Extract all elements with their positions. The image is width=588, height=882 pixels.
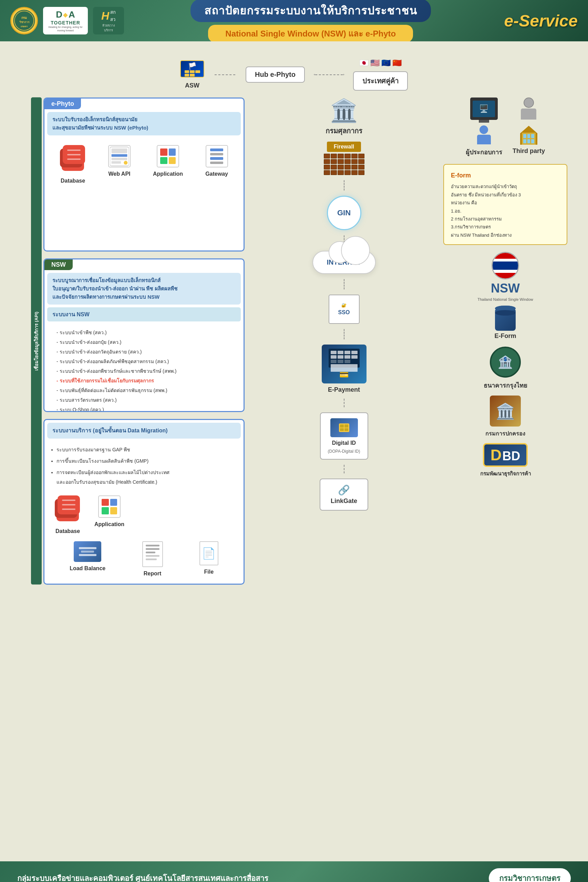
nsw-item-5: ระบบที่ใช้ภายกรรมไม่เชื่อมโยกับกรมศุลกาก… — [57, 376, 237, 386]
ephyto-webapi-label: Web API — [108, 171, 130, 177]
ephyto-gateway: Gateway — [205, 145, 228, 184]
nsw-work-list: ระบบนำเข้าพืช (สคว.) ระบบนำเข้า-ส่งออกปุ… — [44, 324, 243, 412]
gin-flow: GIN — [327, 196, 362, 230]
dept-interior: 🏛️ กรมการปกครอง — [443, 396, 567, 438]
page-wrapper: กรม วิชาการ เกษตร D ◆ A TOGETHER Heading… — [0, 0, 588, 882]
bank-label: ธนาคารกรุงไทย — [484, 380, 527, 390]
service-item-2: การจดทะเบียนผู้ส่งออกพักและและผลไม้ไปต่า… — [57, 468, 237, 487]
nsw-work-title: ระบบงาน NSW — [47, 308, 241, 321]
dbd-logo-container: D BD — [483, 443, 528, 467]
nsw-thailand: NSW Thailand National Single Window — [443, 252, 567, 302]
third-party-building — [518, 122, 539, 145]
third-party-label: Third party — [513, 147, 545, 155]
nsw-tag: NSW — [44, 260, 73, 270]
arrow-fw-gin — [344, 180, 345, 190]
linkgate-container: 🔗 LinkGate — [320, 478, 368, 511]
svg-text:วิชาการ: วิชาการ — [19, 21, 30, 24]
epayment-label: E-Payment — [328, 386, 360, 393]
dbd-d-letter: D — [490, 447, 502, 463]
arrow-digid-link — [344, 465, 345, 473]
header-logos: กรม วิชาการ เกษตร D ◆ A TOGETHER Heading… — [10, 7, 124, 34]
internet-cloud: INTERNET — [312, 251, 376, 274]
dopa-label: (DOPA-Digital ID) — [328, 449, 360, 454]
nsw-item-8: ระบบ Q-Shop (สคว.) — [57, 405, 237, 412]
ephyto-app-label: Application — [153, 171, 183, 177]
hub-row: 🏳️ ASW — [21, 58, 567, 91]
firewall: Firewall — [324, 142, 364, 175]
nsw-desc: ระบบบูรณาการเชื่อมโยงข้อมูลแบบอิเล็กทรอน… — [47, 273, 241, 304]
loadbalance-item: Load Balance — [70, 541, 105, 577]
customs-label: กรมศุลกากร — [326, 125, 362, 136]
ktb-logo: 🏦 — [490, 346, 521, 378]
webapi-icon — [108, 145, 130, 168]
ephyto-section: e-Phyto ระบบใบรับรองอิเล็กทรอนิกส์สุขอนา… — [44, 98, 244, 252]
ephyto-components: Database — [44, 138, 243, 191]
service-app-label: Application — [94, 521, 124, 528]
eform-cylinder-icon — [495, 308, 516, 331]
sub-title: National Single Window (NSW) และ e-Phyto — [208, 25, 413, 42]
id-chip-icon — [330, 418, 358, 437]
user-label: ผู้ประกอบการ — [466, 147, 502, 157]
service-list: ระบบการรับรองมาตรฐาน GAP พืช การขึ้นทะเบ… — [44, 441, 243, 492]
footer: กลุ่มระบบเครือข่ายและคอมพิวเตอร์ ศูนย์เท… — [0, 861, 588, 882]
doa-emblem-logo: กรม วิชาการ เกษตร — [10, 7, 38, 34]
dept-interior-icon: 🏛️ — [490, 396, 521, 426]
dept1-label: กรมการปกครอง — [485, 429, 525, 438]
partner-flags: 🇯🇵 🇺🇸 🇪🇺 🇨🇳 — [359, 58, 402, 68]
trading-partner: 🇯🇵 🇺🇸 🇪🇺 🇨🇳 ประเทศคู่ค้า — [353, 58, 408, 91]
main-title: สถาปัตยกรรมระบบงานให้บริการประชาชน — [190, 0, 431, 22]
internet-label: INTERNET — [312, 251, 376, 274]
service-item-1: การขึ้นทะเบียนโรงงานผลิตสินค้าพืช (GMP) — [57, 456, 237, 466]
firewall-label: Firewall — [327, 142, 362, 152]
nsw-big-label: NSW — [491, 281, 520, 296]
dbd-dept: D BD กรมพัฒนาธุรกิจการค้า — [443, 443, 567, 478]
monitor-icon: 🖥️ — [470, 98, 498, 120]
hub-arrow-left — [214, 74, 235, 75]
user-person-icon — [477, 125, 491, 144]
customs-building-icon: 🏛️ — [330, 98, 358, 124]
digital-id-label: Digital ID — [332, 440, 356, 446]
service-db-label: Database — [56, 528, 80, 534]
header: กรม วิชาการ เกษตร D ◆ A TOGETHER Heading… — [0, 0, 588, 41]
ephyto-gw-label: Gateway — [205, 171, 228, 177]
eservice-label: e-Service — [504, 11, 578, 30]
third-party: Third party — [513, 98, 545, 157]
eform-storage-label: E-Form — [495, 333, 516, 340]
asw-flags: 🏳️ — [180, 60, 204, 78]
nsw-item-2: ระบบนำเข้า-ส่งออกวัตถุอันตราย (สคว.) — [57, 347, 237, 357]
partner-label: ประเทศคู่ค้า — [353, 71, 408, 91]
file-item: 📄 File — [200, 541, 218, 577]
svg-rect-8 — [112, 158, 128, 160]
dept2-label: กรมพัฒนาธุรกิจการค้า — [480, 470, 531, 478]
footer-dept: กรมวิชาการเกษตร — [489, 868, 571, 882]
eform-desc: อำนวยความสะดวกแก่ผู้นำเข้าวัตถุ อันตราย … — [451, 183, 560, 239]
svg-rect-9 — [112, 161, 121, 163]
api-wrapper: เชื่อมโยงข้อมูลให้บริการ (API) e-Phyto ร… — [31, 98, 244, 585]
epayment-container: 💳 E-Payment — [322, 345, 366, 393]
service-database: Database — [55, 495, 81, 534]
third-party-person — [521, 98, 536, 120]
col-left: เชื่อมโยงข้อมูลให้บริการ (API) e-Phyto ร… — [21, 98, 244, 585]
linkgate-label: LinkGate — [331, 498, 357, 505]
gateway-icon — [206, 145, 228, 168]
digital-id-box: Digital ID (DOPA-Digital ID) — [320, 412, 368, 460]
ephyto-database: Database — [60, 145, 86, 184]
dbd-bd-letters: BD — [502, 450, 520, 462]
firewall-bricks — [324, 154, 364, 175]
epayment-icon: 💳 — [322, 345, 366, 384]
svg-text:กรม: กรม — [21, 16, 27, 20]
application-icon — [157, 145, 179, 168]
nsw-item-7: ระบบสารวัตรเกษตร (สคว.) — [57, 395, 237, 405]
ephyto-db-label: Database — [61, 178, 85, 184]
epayment-screen — [328, 349, 360, 368]
service-app-icon — [98, 495, 120, 518]
ephyto-application: Application — [153, 145, 183, 184]
ephyto-webapi: Web API — [108, 145, 130, 184]
service-item-0: ระบบการรับรองมาตรฐาน GAP พืช — [57, 445, 237, 454]
dbd-logo-box: D BD — [483, 443, 528, 467]
monitor-container: 🖥️ — [470, 98, 498, 123]
main-content: 🏳️ ASW — [0, 41, 588, 861]
svg-rect-7 — [112, 154, 128, 156]
nsw-item-3: ระบบนำเข้า-ส่งออกผลิตภัณฑ์พืชอุตสาหกรรม … — [57, 357, 237, 366]
saksua-logo: H สกสว ห้วยขวางบริการ — [93, 7, 124, 34]
